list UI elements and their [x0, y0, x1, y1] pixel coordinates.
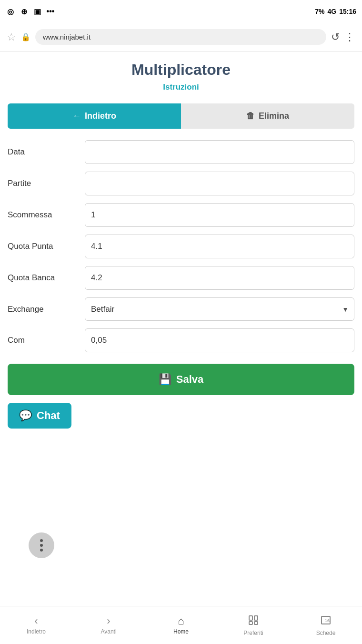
chat-button[interactable]: 💬 Chat: [8, 403, 71, 429]
exchange-select-wrapper: Betfair Smarkets Matchbook ▼: [85, 297, 354, 321]
com-input[interactable]: [85, 328, 354, 352]
dot-1: [40, 539, 43, 542]
quota-banca-input[interactable]: [85, 266, 354, 290]
svg-rect-1: [254, 616, 258, 620]
battery-status: 7%: [315, 8, 324, 15]
quota-punta-label: Quota Punta: [8, 242, 79, 251]
nav-preferiti-label: Preferiti: [243, 630, 263, 636]
network-status: 4G: [328, 8, 337, 15]
nav-home[interactable]: ⌂ Home: [145, 606, 217, 644]
salva-button[interactable]: 💾 Salva: [8, 364, 354, 395]
back-arrow-icon: ←: [72, 111, 81, 121]
svg-rect-2: [249, 622, 252, 624]
more-icon: •••: [46, 7, 55, 16]
home-icon: ⌂: [178, 616, 184, 626]
exchange-label: Exchange: [8, 305, 79, 314]
com-label: Com: [8, 336, 79, 345]
nav-forward-icon: ›: [107, 616, 110, 626]
schede-icon: 16: [320, 614, 332, 628]
lock-icon: 🔒: [21, 32, 30, 41]
instructions-link[interactable]: Istruzioni: [8, 82, 354, 92]
nav-back-icon: ‹: [34, 616, 38, 626]
exchange-field-row: Exchange Betfair Smarkets Matchbook ▼: [8, 297, 354, 321]
page-title: Multiplicatore: [8, 61, 354, 79]
quota-punta-field-row: Quota Punta: [8, 235, 354, 258]
partite-label: Partite: [8, 179, 79, 188]
save-icon: 💾: [159, 373, 171, 386]
status-right-info: 7% 4G 15:16: [315, 8, 356, 15]
trash-icon: 🗑: [246, 111, 255, 121]
bottom-nav: ‹ Indietro › Avanti ⌂ Home Preferiti 16 …: [0, 606, 362, 644]
dot-2: [40, 544, 43, 547]
salva-label: Salva: [176, 373, 204, 386]
nav-back-label: Indietro: [27, 628, 46, 635]
nav-home-label: Home: [173, 628, 189, 635]
browser-bar: ☆ 🔒 www.ninjabet.it ↺ ⋮: [0, 23, 362, 51]
whatsapp-icon: ⊕: [19, 7, 29, 16]
action-buttons-row: ← Indietro 🗑 Elimina: [8, 103, 354, 129]
status-left-icons: ◎ ⊕ ▣ •••: [6, 7, 55, 16]
svg-text:16: 16: [325, 618, 330, 623]
nav-schede[interactable]: 16 Schede: [290, 606, 362, 644]
reload-icon[interactable]: ↺: [331, 31, 340, 43]
data-input[interactable]: [85, 140, 354, 164]
dot-3: [40, 549, 43, 552]
gallery-icon: ▣: [32, 7, 42, 16]
data-field-row: Data: [8, 140, 354, 164]
floating-dots-inner: [40, 539, 43, 552]
nav-preferiti[interactable]: Preferiti: [217, 606, 290, 644]
quota-banca-field-row: Quota Banca: [8, 266, 354, 290]
elimina-button[interactable]: 🗑 Elimina: [181, 103, 354, 129]
quota-punta-input[interactable]: [85, 235, 354, 258]
time-display: 15:16: [339, 8, 356, 15]
partite-field-row: Partite: [8, 172, 354, 195]
elimina-label: Elimina: [259, 111, 289, 121]
exchange-select[interactable]: Betfair Smarkets Matchbook: [85, 297, 354, 321]
indietro-label: Indietro: [85, 111, 116, 121]
svg-rect-0: [249, 616, 252, 620]
main-content: Multiplicatore Istruzioni ← Indietro 🗑 E…: [0, 51, 362, 606]
svg-rect-3: [254, 622, 258, 624]
floating-menu-button[interactable]: [29, 532, 54, 558]
preferiti-icon: [248, 614, 259, 628]
partite-input[interactable]: [85, 172, 354, 195]
url-display[interactable]: www.ninjabet.it: [35, 29, 326, 45]
nav-forward-label: Avanti: [101, 628, 116, 635]
nav-back[interactable]: ‹ Indietro: [0, 606, 72, 644]
chat-label: Chat: [37, 409, 60, 422]
scommessa-field-row: Scommessa: [8, 203, 354, 227]
bookmark-icon[interactable]: ☆: [7, 31, 16, 43]
com-field-row: Com: [8, 328, 354, 352]
quota-banca-label: Quota Banca: [8, 273, 79, 283]
scommessa-label: Scommessa: [8, 210, 79, 220]
data-label: Data: [8, 147, 79, 157]
indietro-button[interactable]: ← Indietro: [8, 103, 181, 129]
scommessa-input[interactable]: [85, 203, 354, 227]
nav-forward[interactable]: › Avanti: [72, 606, 145, 644]
chat-icon: 💬: [19, 409, 32, 422]
location-icon: ◎: [6, 7, 15, 16]
browser-menu-icon[interactable]: ⋮: [344, 31, 355, 43]
status-bar: ◎ ⊕ ▣ ••• 7% 4G 15:16: [0, 0, 362, 23]
nav-schede-label: Schede: [316, 630, 336, 636]
